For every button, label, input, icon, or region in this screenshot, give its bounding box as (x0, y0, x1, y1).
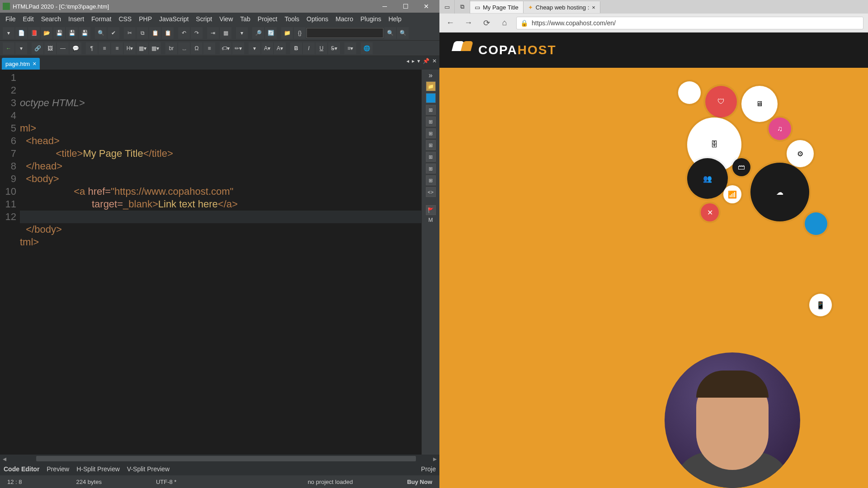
heading-icon[interactable]: H▾ (124, 42, 136, 54)
tab-hsplit[interactable]: H-Split Preview (76, 465, 120, 473)
window-snap-icon[interactable]: ⧉ (455, 0, 470, 14)
menu-format[interactable]: Format (88, 15, 115, 23)
menu-edit[interactable]: Edit (19, 15, 38, 23)
find-next-icon[interactable]: 🔍 (384, 27, 396, 39)
palette-code-icon[interactable]: <> (426, 187, 436, 197)
tab-vsplit[interactable]: V-Split Preview (127, 465, 170, 473)
palette-flag-icon[interactable]: 🚩 (426, 205, 436, 215)
ul-icon[interactable]: ≡ (99, 42, 110, 54)
redo-icon[interactable]: ↷ (191, 27, 203, 39)
highlight-icon[interactable]: 🏷▾ (220, 42, 231, 54)
close-all-icon[interactable]: ✕ (432, 58, 437, 64)
find-prev-icon[interactable]: 🔍 (397, 27, 409, 39)
scrollbar-thumb[interactable] (36, 456, 416, 461)
copy-icon[interactable]: ⧉ (137, 27, 148, 39)
save-icon[interactable]: 💾 (53, 27, 65, 39)
browser-tab-2[interactable]: ✦ Cheap web hosting : × (524, 1, 600, 13)
document-tab[interactable]: page.htm × (2, 58, 40, 70)
menu-script[interactable]: Script (192, 15, 216, 23)
palette-expand-icon[interactable]: ⊞ (426, 105, 436, 115)
nbsp-icon[interactable]: ⎵ (178, 42, 190, 54)
hr-icon[interactable]: — (57, 42, 69, 54)
tab-close-icon[interactable]: × (592, 4, 595, 11)
insert-table-icon[interactable]: ▦▾ (137, 42, 148, 54)
spellcheck-icon[interactable]: ✔ (108, 27, 119, 39)
back-icon[interactable]: ← (444, 17, 457, 29)
menu-options[interactable]: Options (303, 15, 332, 23)
tab-dropdown-icon[interactable]: ▾ (417, 58, 420, 64)
menu-project[interactable]: Project (254, 15, 281, 23)
table-icon[interactable]: ▦ (220, 27, 231, 39)
task-view-icon[interactable]: ▭ (439, 0, 455, 14)
tab-code-editor[interactable]: Code Editor (4, 465, 39, 473)
minimize-button[interactable]: ─ (374, 0, 395, 13)
font-dec-icon[interactable]: A▾ (274, 42, 286, 54)
bold-icon[interactable]: B (290, 42, 302, 54)
home-icon[interactable]: ⌂ (498, 17, 511, 29)
palette-expand3-icon[interactable]: ⊞ (426, 128, 436, 138)
tab-nav-right-icon[interactable]: ▸ (412, 58, 415, 64)
dropdown2-icon[interactable]: ▾ (249, 42, 260, 54)
indent-icon[interactable]: ⇥ (207, 27, 219, 39)
open-recent-icon[interactable]: 📕 (28, 27, 40, 39)
code-editor[interactable]: octype HTML> ml> <head> <title>My Page T… (20, 70, 421, 455)
dropdown-arrow-icon[interactable]: ▾ (15, 42, 27, 54)
menu-tools[interactable]: Tools (281, 15, 303, 23)
search-icon[interactable]: 🔍 (95, 27, 107, 39)
menu-file[interactable]: File (2, 15, 19, 23)
palette-expand5-icon[interactable]: ⊞ (426, 152, 436, 162)
menu-php[interactable]: PHP (135, 15, 156, 23)
undo-icon[interactable]: ↶ (178, 27, 190, 39)
forward-icon[interactable]: → (462, 17, 475, 29)
menu-css[interactable]: CSS (115, 15, 135, 23)
palette-bar-icon[interactable] (426, 93, 436, 103)
horizontal-scrollbar[interactable]: ◂ ▸ (0, 455, 439, 463)
ol-icon[interactable]: ≡ (111, 42, 123, 54)
open-icon[interactable]: 📄 (15, 27, 27, 39)
br-icon[interactable]: br (165, 42, 177, 54)
image-icon[interactable]: 🖼 (44, 42, 56, 54)
menu-search[interactable]: Search (38, 15, 65, 23)
find-icon[interactable]: 🔎 (252, 27, 264, 39)
omega-icon[interactable]: Ω (191, 42, 203, 54)
paragraph-icon[interactable]: ¶ (86, 42, 98, 54)
buy-now-link[interactable]: Buy Now (407, 479, 432, 485)
tidy-icon[interactable]: ≡ (203, 42, 215, 54)
tab-preview[interactable]: Preview (47, 465, 69, 473)
menu-tab[interactable]: Tab (236, 15, 254, 23)
bracket-icon[interactable]: {} (294, 27, 306, 39)
underline-icon[interactable]: U (316, 42, 327, 54)
palette-expand6-icon[interactable]: ⊞ (426, 164, 436, 174)
new-file-icon[interactable]: ▾ (3, 27, 14, 39)
tab-close-icon[interactable]: × (33, 60, 36, 67)
globe-icon[interactable]: 🌐 (361, 42, 373, 54)
save-as-icon[interactable]: 💾 (79, 27, 90, 39)
palette-expand4-icon[interactable]: ⊞ (426, 140, 436, 150)
font-inc-icon[interactable]: A▾ (261, 42, 273, 54)
maximize-button[interactable]: ☐ (395, 0, 416, 13)
tab-nav-left-icon[interactable]: ◂ (406, 58, 409, 64)
menu-javascript[interactable]: JavaScript (156, 15, 192, 23)
palette-folder-icon[interactable]: 📁 (426, 81, 436, 91)
close-button[interactable]: ✕ (416, 0, 437, 13)
menu-plugins[interactable]: Plugins (357, 15, 385, 23)
pin-icon[interactable]: 📌 (423, 58, 429, 64)
comment-icon[interactable]: 💬 (70, 42, 81, 54)
menu-help[interactable]: Help (385, 15, 405, 23)
link-icon[interactable]: 🔗 (32, 42, 43, 54)
tab-project[interactable]: Proje (421, 465, 436, 473)
strike-icon[interactable]: S̶▾ (328, 42, 340, 54)
menu-view[interactable]: View (216, 15, 236, 23)
save-all-icon[interactable]: 💾 (66, 27, 78, 39)
cut-icon[interactable]: ✂ (124, 27, 136, 39)
toolbar-search-input[interactable] (307, 28, 383, 38)
folder-open-icon[interactable]: 📂 (41, 27, 52, 39)
clipboard-icon[interactable]: 📋 (162, 27, 174, 39)
copahost-logo[interactable]: COPAHOST (453, 41, 557, 59)
paste-icon[interactable]: 📋 (149, 27, 161, 39)
palette-expand7-icon[interactable]: ⊞ (426, 175, 436, 185)
browser-tab-1[interactable]: ▭ My Page Title (470, 1, 524, 13)
form-icon[interactable]: ▦▾ (149, 42, 161, 54)
dropdown-icon[interactable]: ▾ (236, 27, 248, 39)
url-input[interactable]: 🔒 https://www.copahost.com/en/ (516, 17, 863, 29)
